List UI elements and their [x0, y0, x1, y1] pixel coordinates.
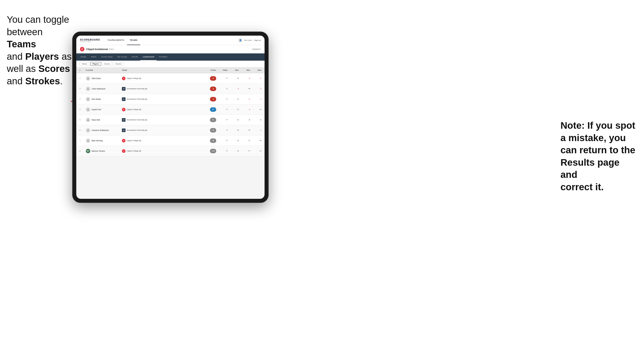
svg-point-6: [88, 129, 89, 130]
toggle-players-button[interactable]: Players: [90, 62, 101, 66]
nav-teams[interactable]: TEAMS: [127, 36, 140, 45]
col-rd3: RD3: [250, 69, 262, 71]
toggle-teams-button[interactable]: Teams: [80, 62, 90, 66]
svg-point-7: [88, 140, 89, 141]
top-nav: SCOREBOARD Powered by clippd TOURNAMENTS…: [76, 36, 264, 45]
toggle-scores-button[interactable]: Scores: [102, 62, 112, 66]
logo-sub-text: Powered by clippd: [80, 41, 100, 42]
table-row: 7 Blair McHarg C Clippd College [A] +8 F…: [76, 136, 264, 146]
svg-point-2: [88, 88, 89, 89]
col-rd2: RD2: [239, 69, 250, 71]
cancel-button[interactable]: Cancel ✕: [252, 48, 261, 50]
svg-point-4: [88, 108, 89, 110]
tab-results[interactable]: Results: [129, 53, 140, 61]
col-rd1: RD1: [228, 69, 239, 71]
col-total: TOTAL: [200, 69, 216, 71]
table-row: 2 Chris Robertson SB Scoreboard Universi…: [76, 84, 264, 94]
tab-course-setup[interactable]: Course Setup: [99, 53, 115, 61]
tournament-subtitle: (Men): [108, 48, 114, 50]
table-row: 6 Cameron Robertson SB Scoreboard Univer…: [76, 125, 264, 136]
table-row: 3 Rich Butler SB Scoreboard University […: [76, 94, 264, 104]
nav-right: 👤 Test User | Sign out: [238, 38, 261, 42]
user-label: Test User |: [244, 39, 252, 41]
user-icon: 👤: [238, 38, 242, 42]
avatar: [86, 138, 90, 143]
tournament-header: C Clippd Invitational (Men) Cancel ✕: [76, 45, 264, 53]
scoreboard-logo: SCOREBOARD Powered by clippd: [80, 38, 100, 42]
team-logo-c: C: [122, 77, 126, 80]
logo-main-text: SCOREBOARD: [80, 38, 100, 41]
nav-tournaments[interactable]: TOURNAMENTS: [104, 36, 127, 45]
col-thru: THRU: [216, 69, 228, 71]
tab-printables[interactable]: Printables: [157, 53, 170, 61]
table-row: 4 David Ford C Clippd College [A] E F +1…: [76, 104, 264, 115]
avatar: [86, 128, 90, 133]
tab-bar: Details Teams Course Setup Tee Groups Re…: [76, 53, 264, 61]
tab-leaderboards[interactable]: Leaderboards: [140, 53, 156, 61]
avatar: [86, 76, 90, 81]
avatar: [86, 118, 90, 122]
left-annotation: You can toggle between Teams and Players…: [7, 13, 72, 87]
table-row: 8 MT Marcus Turners C Clippd College [A]…: [76, 146, 264, 156]
tournament-title: Clippd Invitational: [86, 48, 108, 50]
tablet-screen: SCOREBOARD Powered by clippd TOURNAMENTS…: [76, 36, 264, 199]
tab-teams[interactable]: Teams: [88, 53, 99, 61]
team-logo-sb: SB: [122, 129, 126, 132]
tablet-frame: SCOREBOARD Powered by clippd TOURNAMENTS…: [72, 31, 268, 203]
avatar: [86, 107, 90, 112]
signout-link[interactable]: Sign out: [254, 39, 261, 41]
col-player: PLAYER: [86, 69, 122, 71]
table-body: 1 Elliot Ebert C Clippd College [A] -8 F…: [76, 73, 264, 199]
tab-tee-groups[interactable]: Tee Groups: [115, 53, 129, 61]
team-logo-sb: SB: [122, 87, 126, 91]
right-annotation: Note: If you spot a mistake, you can ret…: [560, 120, 637, 193]
team-logo-c: C: [122, 108, 126, 111]
tab-details[interactable]: Details: [78, 53, 88, 61]
table-row: 5 Rees Britt SB Scoreboard University [A…: [76, 115, 264, 125]
table-row: 1 Elliot Ebert C Clippd College [A] -8 F…: [76, 73, 264, 84]
team-logo-c: C: [122, 139, 126, 143]
avatar: [86, 87, 90, 91]
team-logo-c: C: [122, 149, 126, 153]
svg-point-1: [88, 77, 89, 78]
team-logo-sb: SB: [122, 97, 126, 101]
tournament-icon: C: [80, 47, 84, 51]
team-logo-sb: SB: [122, 118, 126, 122]
svg-point-3: [88, 98, 89, 99]
toggle-bar: Teams Players Scores Strokes: [76, 61, 264, 67]
avatar: MT: [86, 149, 90, 153]
col-rank: #: [80, 69, 86, 71]
col-team: TEAM: [122, 69, 200, 71]
avatar: [86, 97, 90, 101]
toggle-strokes-button[interactable]: Strokes: [113, 62, 124, 66]
nav-links: TOURNAMENTS TEAMS: [104, 36, 140, 45]
table-header: # PLAYER TEAM TOTAL THRU RD1 RD2 RD3: [76, 67, 264, 73]
svg-point-5: [88, 119, 89, 120]
